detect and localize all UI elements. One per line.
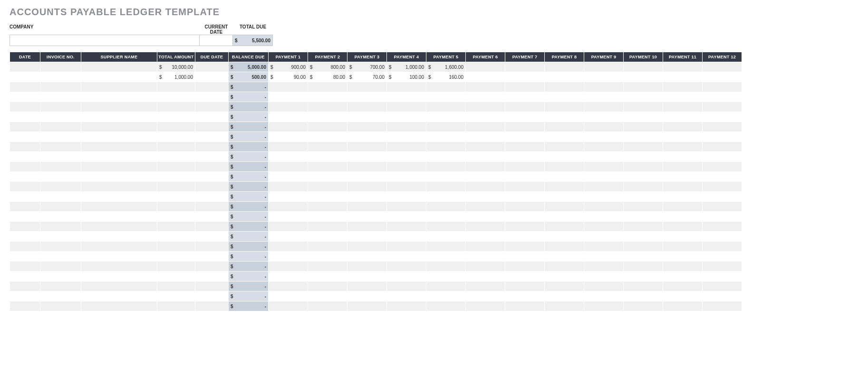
cell-total-amount[interactable] xyxy=(157,132,195,142)
cell-payment-3[interactable] xyxy=(347,262,387,272)
cell-total-amount[interactable] xyxy=(157,212,195,222)
cell-payment-11[interactable] xyxy=(663,82,703,92)
cell-payment-8[interactable] xyxy=(545,182,584,192)
cell-payment-4[interactable] xyxy=(387,122,426,132)
cell-payment-8[interactable] xyxy=(545,122,584,132)
cell-payment-9[interactable] xyxy=(584,92,624,102)
cell-payment-8[interactable] xyxy=(545,62,584,72)
cell-payment-5[interactable] xyxy=(426,92,466,102)
cell-payment-5[interactable] xyxy=(426,262,466,272)
cell-payment-6[interactable] xyxy=(466,222,505,232)
cell-payment-2[interactable] xyxy=(308,112,347,122)
cell-date[interactable] xyxy=(10,232,40,242)
cell-payment-9[interactable] xyxy=(584,152,624,162)
cell-payment-5[interactable] xyxy=(426,192,466,202)
cell-payment-9[interactable] xyxy=(584,212,624,222)
cell-date[interactable] xyxy=(10,182,40,192)
cell-supplier-name[interactable] xyxy=(81,162,157,172)
cell-invoice-no[interactable] xyxy=(40,212,81,222)
cell-payment-8[interactable] xyxy=(545,202,584,212)
cell-payment-3[interactable] xyxy=(347,162,387,172)
cell-date[interactable] xyxy=(10,62,40,72)
cell-payment-5[interactable] xyxy=(426,202,466,212)
cell-payment-8[interactable] xyxy=(545,212,584,222)
cell-payment-1[interactable]: $90.00 xyxy=(269,72,308,82)
cell-total-amount[interactable]: $1,000.00 xyxy=(157,72,195,82)
cell-date[interactable] xyxy=(10,192,40,202)
cell-payment-6[interactable] xyxy=(466,142,505,152)
cell-due-date[interactable] xyxy=(195,62,229,72)
cell-payment-2[interactable] xyxy=(308,262,347,272)
cell-payment-11[interactable] xyxy=(663,272,703,282)
cell-payment-11[interactable] xyxy=(663,132,703,142)
cell-payment-8[interactable] xyxy=(545,142,584,152)
cell-payment-6[interactable] xyxy=(466,82,505,92)
cell-due-date[interactable] xyxy=(195,122,229,132)
cell-payment-11[interactable] xyxy=(663,152,703,162)
cell-invoice-no[interactable] xyxy=(40,242,81,252)
cell-payment-7[interactable] xyxy=(505,112,545,122)
cell-date[interactable] xyxy=(10,172,40,182)
cell-invoice-no[interactable] xyxy=(40,92,81,102)
cell-payment-7[interactable] xyxy=(505,282,545,291)
cell-payment-7[interactable] xyxy=(505,242,545,252)
cell-total-amount[interactable] xyxy=(157,202,195,212)
cell-payment-9[interactable] xyxy=(584,182,624,192)
cell-invoice-no[interactable] xyxy=(40,122,81,132)
cell-payment-5[interactable] xyxy=(426,82,466,92)
cell-payment-1[interactable] xyxy=(269,242,308,252)
cell-payment-11[interactable] xyxy=(663,222,703,232)
cell-due-date[interactable] xyxy=(195,142,229,152)
cell-payment-11[interactable] xyxy=(663,142,703,152)
cell-payment-7[interactable] xyxy=(505,82,545,92)
cell-payment-1[interactable]: $900.00 xyxy=(269,62,308,72)
cell-payment-11[interactable] xyxy=(663,72,703,82)
cell-payment-1[interactable] xyxy=(269,222,308,232)
cell-payment-7[interactable] xyxy=(505,172,545,182)
cell-payment-3[interactable] xyxy=(347,192,387,202)
cell-payment-9[interactable] xyxy=(584,222,624,232)
cell-date[interactable] xyxy=(10,252,40,262)
cell-date[interactable] xyxy=(10,162,40,172)
cell-total-amount[interactable] xyxy=(157,92,195,102)
cell-payment-9[interactable] xyxy=(584,112,624,122)
cell-payment-12[interactable] xyxy=(703,152,742,162)
cell-supplier-name[interactable] xyxy=(81,62,157,72)
cell-payment-3[interactable] xyxy=(347,112,387,122)
cell-date[interactable] xyxy=(10,272,40,282)
cell-payment-7[interactable] xyxy=(505,202,545,212)
cell-payment-5[interactable] xyxy=(426,222,466,232)
cell-payment-10[interactable] xyxy=(624,152,663,162)
cell-payment-6[interactable] xyxy=(466,162,505,172)
cell-payment-11[interactable] xyxy=(663,242,703,252)
cell-payment-11[interactable] xyxy=(663,172,703,182)
cell-payment-3[interactable] xyxy=(347,212,387,222)
cell-payment-6[interactable] xyxy=(466,122,505,132)
cell-payment-6[interactable] xyxy=(466,92,505,102)
cell-payment-2[interactable] xyxy=(308,272,347,282)
cell-payment-8[interactable] xyxy=(545,262,584,272)
cell-total-amount[interactable] xyxy=(157,82,195,92)
cell-payment-2[interactable] xyxy=(308,282,347,291)
cell-payment-7[interactable] xyxy=(505,132,545,142)
cell-payment-4[interactable] xyxy=(387,202,426,212)
cell-invoice-no[interactable] xyxy=(40,102,81,112)
cell-payment-6[interactable] xyxy=(466,282,505,291)
cell-payment-3[interactable] xyxy=(347,291,387,301)
cell-invoice-no[interactable] xyxy=(40,132,81,142)
cell-payment-1[interactable] xyxy=(269,252,308,262)
cell-payment-7[interactable] xyxy=(505,252,545,262)
cell-payment-10[interactable] xyxy=(624,202,663,212)
cell-payment-6[interactable] xyxy=(466,132,505,142)
cell-payment-7[interactable] xyxy=(505,272,545,282)
current-date-input[interactable] xyxy=(200,35,233,46)
cell-payment-4[interactable] xyxy=(387,301,426,311)
cell-supplier-name[interactable] xyxy=(81,262,157,272)
cell-invoice-no[interactable] xyxy=(40,262,81,272)
cell-supplier-name[interactable] xyxy=(81,182,157,192)
cell-payment-9[interactable] xyxy=(584,282,624,291)
cell-total-amount[interactable] xyxy=(157,242,195,252)
cell-payment-8[interactable] xyxy=(545,192,584,202)
cell-invoice-no[interactable] xyxy=(40,282,81,291)
cell-payment-10[interactable] xyxy=(624,262,663,272)
